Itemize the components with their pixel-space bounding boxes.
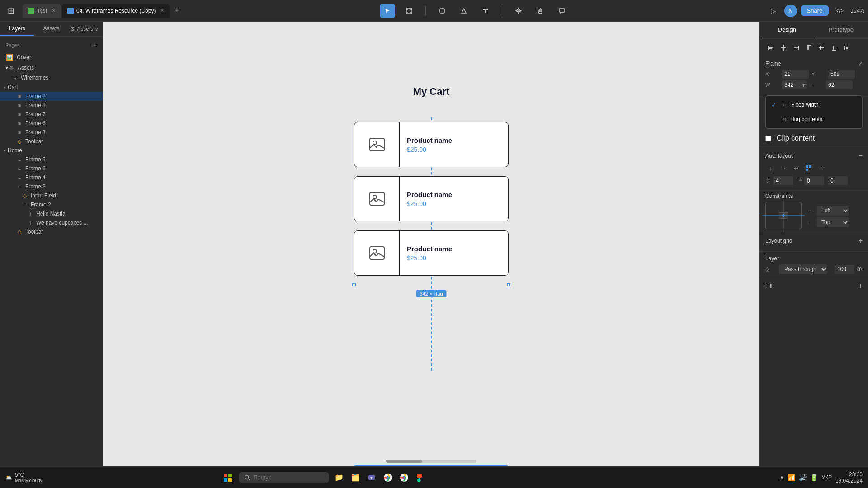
add-layout-grid-button[interactable]: + — [859, 237, 863, 245]
y-input[interactable] — [828, 70, 855, 79]
tab-wireframes-close[interactable]: ✕ — [160, 8, 164, 14]
taskbar-files-icon[interactable]: 📁 — [333, 471, 345, 484]
distribute-button[interactable] — [841, 42, 852, 53]
pen-tool[interactable] — [457, 4, 471, 18]
sidebar-tab-assets[interactable]: Assets — [34, 22, 69, 36]
component-tool[interactable] — [511, 4, 526, 18]
h-input[interactable] — [826, 80, 853, 89]
align-middle-button[interactable] — [816, 42, 827, 53]
layer-frame6b[interactable]: ≡ Frame 6 — [0, 164, 103, 173]
comment-tool[interactable] — [555, 4, 569, 18]
remove-auto-layout[interactable]: − — [859, 152, 863, 160]
layer-frame5[interactable]: ≡ Frame 5 — [0, 155, 103, 164]
right-tab-prototype[interactable]: Prototype — [814, 22, 868, 38]
constraint-v-select[interactable]: Top Bottom Center Scale — [817, 217, 849, 227]
layer-frame3b[interactable]: ≡ Frame 3 — [0, 182, 103, 191]
al-align-active[interactable] — [803, 163, 814, 174]
add-page-button[interactable]: + — [93, 41, 97, 49]
move-tool[interactable] — [380, 4, 395, 18]
al-wrap[interactable]: ↩ — [791, 163, 802, 174]
tab-test-close[interactable]: ✕ — [52, 8, 56, 14]
product-name-1: Product name — [407, 136, 452, 144]
layer-toolbar1[interactable]: ◇ Toolbar — [0, 137, 103, 146]
windows-button[interactable] — [221, 470, 235, 485]
hello-nastia-frame[interactable]: Hello Nastia We have a cupcakes for you! — [354, 465, 509, 466]
al-dir-down[interactable]: ↓ — [765, 163, 776, 174]
text-tool[interactable] — [478, 4, 493, 18]
opacity-input[interactable] — [835, 265, 854, 274]
layer-frame3[interactable]: ≡ Frame 3 — [0, 128, 103, 137]
layer-frame2[interactable]: ≡ Frame 2 — [0, 92, 103, 101]
layer-frame2b[interactable]: ≡ Frame 2 — [0, 200, 103, 209]
padding-h-input[interactable] — [804, 176, 824, 185]
page-wireframes[interactable]: ↳ Wireframes — [0, 73, 103, 83]
w-dropdown-chevron[interactable]: ▾ — [802, 83, 805, 88]
blend-mode-select[interactable]: Pass through Normal Multiply Screen — [779, 264, 827, 274]
taskbar-chrome-icon[interactable] — [382, 471, 394, 484]
padding-v-input[interactable] — [828, 176, 848, 185]
search-input[interactable] — [253, 474, 321, 481]
diamond-icon: ◇ — [16, 138, 23, 145]
canvas-area[interactable]: My Cart Product name $25.00 — [103, 22, 760, 466]
canvas-scrollbar[interactable] — [386, 460, 476, 463]
code-button[interactable]: </> — [832, 4, 847, 18]
add-tab-button[interactable]: + — [170, 5, 183, 17]
layer-inputfield[interactable]: ◇ Input Field — [0, 191, 103, 200]
align-bottom-button[interactable] — [829, 42, 840, 53]
clip-content-section: Clip content — [760, 129, 868, 148]
sidebar-tab-layers[interactable]: Layers — [0, 22, 34, 36]
layer-group-cart[interactable]: ▾ Cart — [0, 83, 103, 92]
right-tab-design[interactable]: Design — [760, 22, 814, 38]
canvas-inner: My Cart Product name $25.00 — [273, 104, 590, 393]
layer-group-home[interactable]: ▾ Home — [0, 146, 103, 155]
assets-icon: ⚙ — [70, 26, 75, 32]
tab-wireframes[interactable]: 04. Wireframes Resource (Copy) ✕ — [62, 4, 170, 18]
add-fill-button[interactable]: + — [859, 282, 863, 290]
constraint-h-select[interactable]: Left Right Center Scale — [817, 206, 849, 216]
layer-frame8[interactable]: ≡ Frame 8 — [0, 101, 103, 110]
layer-frame6[interactable]: ≡ Frame 6 — [0, 119, 103, 128]
taskbar-explorer-icon[interactable]: 🗂️ — [349, 471, 362, 484]
home-button[interactable]: ⊞ — [4, 4, 18, 18]
expand-icon[interactable]: ⤢ — [858, 61, 863, 67]
hug-contents-option[interactable]: ✓ ⇔ Hug contents — [766, 112, 862, 127]
page-cover[interactable]: 🖼️ Cover — [0, 52, 103, 63]
layer-we-have-cupcakes[interactable]: T We have cupcakes ... — [0, 218, 103, 227]
cart-title: My Cart — [413, 86, 450, 98]
tab-wireframes-icon — [67, 8, 74, 14]
clip-content-checkbox[interactable] — [765, 136, 771, 141]
gap-input[interactable] — [773, 176, 793, 185]
present-button[interactable]: ▷ — [766, 4, 781, 18]
tray-expand[interactable]: ∧ — [780, 474, 784, 481]
layer-hello-nastia[interactable]: T Hello Nastia — [0, 209, 103, 218]
taskbar-figma-icon[interactable] — [414, 471, 427, 484]
hand-tool[interactable] — [533, 4, 547, 18]
taskbar-teams-icon[interactable]: T — [365, 471, 378, 484]
search-box[interactable] — [239, 472, 329, 483]
y-label: Y — [811, 71, 825, 77]
layer-frame4[interactable]: ≡ Frame 4 — [0, 173, 103, 182]
x-input[interactable] — [782, 70, 809, 79]
align-left-button[interactable] — [765, 42, 776, 53]
inputfield-label: Input Field — [31, 192, 56, 199]
share-button[interactable]: Share — [801, 5, 829, 16]
taskbar-chrome2-icon[interactable] — [398, 471, 410, 484]
avatar[interactable]: N — [784, 5, 797, 17]
shape-tool[interactable] — [435, 4, 449, 18]
align-top-button[interactable] — [803, 42, 814, 53]
tab-test[interactable]: Test ✕ — [23, 4, 61, 18]
svg-rect-29 — [806, 169, 808, 171]
page-assets[interactable]: ▾ ⚙ Assets — [0, 63, 103, 73]
layer-toolbar2[interactable]: ◇ Toolbar — [0, 227, 103, 236]
auto-layout-section: Auto layout − ↓ → ↩ ··· ⇕ ⊡ — [760, 148, 868, 189]
eye-button[interactable]: 👁 — [856, 266, 863, 273]
al-dir-right[interactable]: → — [778, 163, 789, 174]
align-center-h-button[interactable] — [778, 42, 789, 53]
frame-label: Frame — [765, 61, 781, 67]
sidebar-tab-assets2[interactable]: ⚙ Assets ∨ — [68, 22, 103, 36]
align-right-button[interactable] — [791, 42, 802, 53]
layer-frame7[interactable]: ≡ Frame 7 — [0, 110, 103, 119]
al-more[interactable]: ··· — [816, 163, 827, 174]
frame-tool[interactable] — [402, 4, 416, 18]
fixed-width-option[interactable]: ✓ ↔ Fixed width — [766, 98, 862, 112]
